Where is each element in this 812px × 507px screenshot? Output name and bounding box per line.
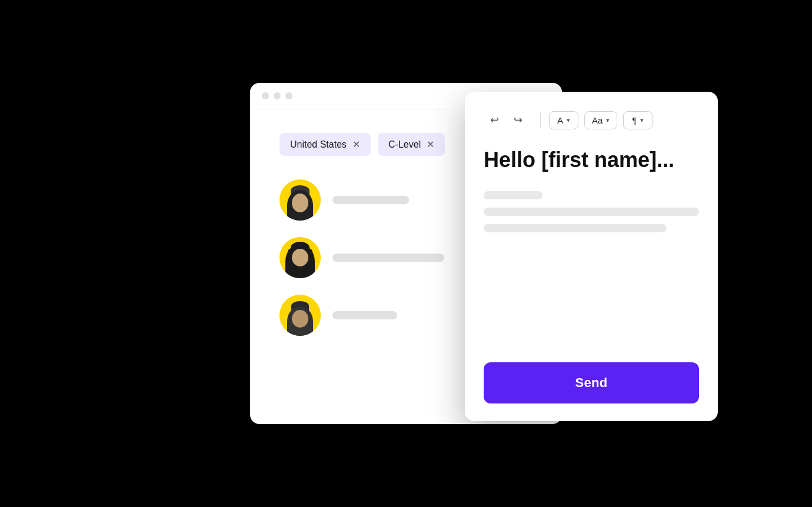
- avatar-1: [279, 179, 321, 221]
- browser-dot-2: [274, 92, 281, 99]
- filter-tag-us-label: United States: [290, 139, 347, 150]
- svg-point-14: [279, 295, 321, 336]
- content-lines: [484, 191, 699, 232]
- filter-tag-clevel-remove[interactable]: ✕: [427, 139, 434, 150]
- browser-dot-1: [262, 92, 269, 99]
- email-heading: Hello [first name]...: [484, 147, 699, 172]
- content-line-2: [484, 208, 699, 216]
- svg-rect-10: [297, 262, 304, 268]
- toolbar-divider-1: [540, 112, 541, 128]
- svg-rect-8: [288, 249, 294, 272]
- svg-point-3: [291, 189, 310, 210]
- paragraph-dropdown[interactable]: ¶ ▾: [623, 111, 653, 129]
- svg-rect-9: [307, 249, 312, 272]
- browser-dot-3: [285, 92, 292, 99]
- filter-tag-us[interactable]: United States ✕: [279, 133, 371, 156]
- font-size-dropdown[interactable]: A ▾: [549, 111, 578, 129]
- redo-button[interactable]: ↪: [507, 109, 528, 131]
- svg-point-15: [285, 326, 315, 336]
- svg-rect-2: [297, 204, 304, 210]
- svg-point-1: [285, 211, 315, 221]
- paragraph-chevron: ▾: [640, 116, 644, 124]
- svg-point-20: [294, 318, 306, 323]
- svg-point-7: [284, 269, 317, 278]
- font-family-chevron: ▾: [606, 116, 610, 124]
- filter-tag-clevel[interactable]: C-Level ✕: [378, 133, 445, 156]
- name-placeholder-3: [332, 311, 397, 319]
- avatar-3-svg: [279, 295, 321, 336]
- font-family-label: Aa: [592, 115, 603, 125]
- filter-tag-us-remove[interactable]: ✕: [352, 139, 360, 150]
- send-button[interactable]: Send: [484, 362, 699, 403]
- right-panel: ↩ ↪ A ▾ Aa ▾ ¶ ▾ Hello [first name]...: [465, 92, 718, 421]
- avatar-2-svg: [279, 237, 321, 278]
- filter-tag-clevel-label: C-Level: [388, 139, 421, 150]
- font-family-dropdown[interactable]: Aa ▾: [584, 111, 617, 129]
- avatar-2: [279, 237, 321, 278]
- toolbar: ↩ ↪ A ▾ Aa ▾ ¶ ▾: [484, 109, 699, 131]
- paragraph-label: ¶: [632, 115, 637, 125]
- svg-point-12: [291, 242, 310, 254]
- undo-button[interactable]: ↩: [484, 109, 505, 131]
- content-line-3: [484, 224, 667, 232]
- svg-rect-5: [291, 191, 310, 196]
- font-size-chevron: ▾: [567, 116, 570, 124]
- scene: United States ✕ C-Level ✕: [112, 62, 700, 445]
- name-placeholder-1: [332, 196, 409, 204]
- font-size-label: A: [557, 115, 563, 125]
- svg-point-11: [291, 246, 310, 268]
- svg-rect-13: [291, 248, 310, 255]
- content-line-1: [484, 191, 543, 199]
- toolbar-history-group: ↩ ↪: [484, 109, 528, 131]
- avatar-1-svg: [279, 179, 321, 221]
- undo-icon: ↩: [490, 114, 499, 126]
- svg-rect-16: [297, 319, 304, 325]
- name-placeholder-2: [332, 254, 444, 262]
- svg-rect-19: [291, 306, 309, 312]
- avatar-3: [279, 295, 321, 336]
- redo-icon: ↪: [514, 114, 523, 126]
